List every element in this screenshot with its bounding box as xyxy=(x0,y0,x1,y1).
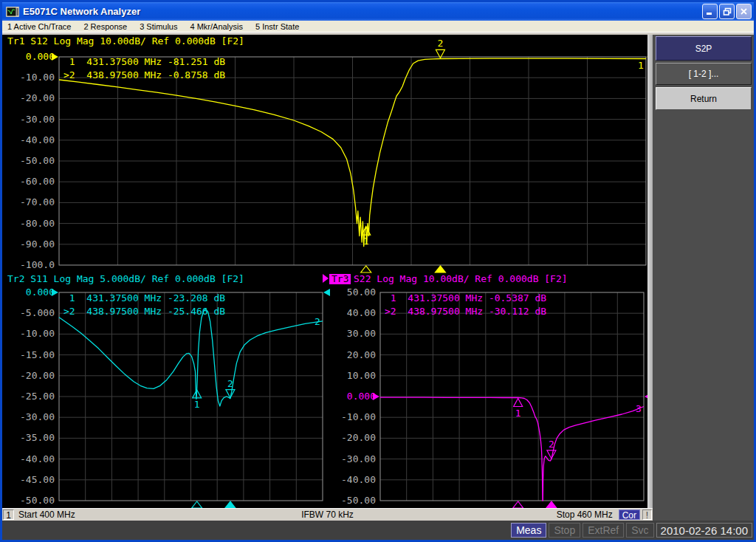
status-extref: ExtRef xyxy=(583,523,624,538)
softkey-scrollbar[interactable] xyxy=(647,35,653,508)
tr3-chart: 50.0040.0030.0020.0010.000.000-10.00-20.… xyxy=(323,273,647,508)
tr2-stimulus-marker-1 xyxy=(192,501,202,508)
svg-text:1: 1 xyxy=(515,408,521,419)
channel-number-badge: 1 xyxy=(3,510,14,520)
tr1-marker-readout-line: >2 438.97500 MHz -0.8758 dB xyxy=(63,69,225,80)
tr1-grid xyxy=(59,57,646,265)
tr2-ref-arrow-left xyxy=(52,289,58,296)
tr1-y-tick: -90.00 xyxy=(20,239,55,250)
channel-status-bar: 1 Start 400 MHz IFBW 70 kHz Stop 460 MHz… xyxy=(2,508,653,521)
svg-text:2: 2 xyxy=(438,38,444,49)
status-meas: Meas xyxy=(511,523,546,538)
tr3-y-tick: 40.00 xyxy=(347,307,376,318)
tr1-y-tick: -100.0 xyxy=(20,259,55,270)
tr2-y-tick: -20.00 xyxy=(20,370,55,381)
tr1-header-text: Tr1 S12 Log Mag 10.00dB/ Ref 0.000dB [F2… xyxy=(7,35,244,47)
tr3-y-tick: -30.00 xyxy=(341,453,376,464)
menu-item-active-ch-trace[interactable]: 1 Active Ch/Trace xyxy=(7,22,71,31)
minimize-button[interactable] xyxy=(702,4,718,19)
tr2-y-tick: -45.00 xyxy=(20,474,55,485)
tr3-ref-arrow-left xyxy=(373,393,379,400)
stop-frequency-label: Stop 460 MHz xyxy=(557,510,613,520)
close-button[interactable] xyxy=(736,4,752,19)
tr1-marker-2: 2 xyxy=(436,38,444,58)
tr2-y-tick: -10.00 xyxy=(20,328,55,339)
tr3-y-tick: 50.00 xyxy=(347,287,376,298)
svg-text:2: 2 xyxy=(549,439,554,450)
tr1-marker-readout-line: 1 431.37500 MHz -81.251 dB xyxy=(63,56,225,67)
restore-icon xyxy=(723,7,732,16)
softkey-menu: S2P [ 1-2 ]... Return xyxy=(653,35,754,521)
tr3-marker-2: 2 xyxy=(547,439,556,459)
tr3-trace-name: Tr3 xyxy=(331,273,348,284)
svg-text:1: 1 xyxy=(363,236,369,247)
tr3-y-tick: 20.00 xyxy=(347,349,376,360)
tr3-marker-readout-line: >2 438.97500 MHz -30.112 dB xyxy=(385,306,546,317)
tr2-marker-readout-line: >2 438.97500 MHz -25.466 dB xyxy=(63,306,225,317)
window-title: E5071C Network Analyzer xyxy=(23,6,140,17)
tr2-header-text: Tr2 S11 Log Mag 5.000dB/ Ref 0.000dB [F2… xyxy=(7,273,244,284)
tr3-header-text: S22 Log Mag 10.00dB/ Ref 0.000dB [F2] xyxy=(354,273,568,284)
menu-item-mkr-analysis[interactable]: 4 Mkr/Analysis xyxy=(190,22,243,31)
tr3-y-tick: -40.00 xyxy=(341,474,376,485)
tr2-y-tick: -15.00 xyxy=(20,349,55,360)
app-window: E5071C Network Analyzer 1 Active Ch/Trac… xyxy=(0,0,756,542)
tr2-y-tick: -5.000 xyxy=(20,307,55,318)
status-stop: Stop xyxy=(549,523,580,538)
tr2-marker-readout-line: 1 431.37500 MHz -23.208 dB xyxy=(63,292,225,303)
channel-bar-left: 1 Start 400 MHz xyxy=(2,510,219,520)
tr1-y-tick: -70.00 xyxy=(20,196,55,207)
tr2-stimulus-marker-2 xyxy=(225,501,236,508)
tr3-stimulus-marker-2 xyxy=(546,501,557,508)
restore-button[interactable] xyxy=(719,4,735,19)
tr2-chart: 0.000-5.000-10.00-15.00-20.00-25.00-30.0… xyxy=(7,273,330,508)
tr2-y-tick: -35.00 xyxy=(20,432,55,443)
tr1-y-tick: -20.00 xyxy=(20,92,55,103)
tr1-y-tick: 0.000 xyxy=(26,51,55,62)
tr2-y-tick: -30.00 xyxy=(20,411,55,422)
tr1-header: Tr1 S12 Log Mag 10.00dB/ Ref 0.000dB [F2… xyxy=(7,35,244,47)
tr1-y-tick: -60.00 xyxy=(20,176,55,187)
tr1-y-tick: -40.00 xyxy=(20,134,55,145)
tr1-y-tick: -30.00 xyxy=(20,114,55,125)
tr1-y-axis-labels: 0.000-10.00-20.00-30.00-40.00-50.00-60.0… xyxy=(20,51,55,270)
tr3-stimulus-marker-1 xyxy=(513,501,523,508)
menu-item-instr-state[interactable]: 5 Instr State xyxy=(255,22,299,31)
channel-bar-right: Stop 460 MHz Cor ! xyxy=(436,510,653,520)
chart-area: 0.000-10.00-20.00-30.00-40.00-50.00-60.0… xyxy=(2,35,647,508)
tr1-chart: 0.000-10.00-20.00-30.00-40.00-50.00-60.0… xyxy=(7,35,647,272)
tr3-y-tick: 0.000 xyxy=(347,391,376,402)
tr3-y-tick: -20.00 xyxy=(341,432,376,443)
tr2-y-axis-labels: 0.000-5.000-10.00-15.00-20.00-25.00-30.0… xyxy=(20,287,55,506)
tr1-ref-arrow-left xyxy=(52,53,58,61)
ifbw-label: IFBW 70 kHz xyxy=(219,510,436,520)
tr3-header: Tr3S22 Log Mag 10.00dB/ Ref 0.000dB [F2] xyxy=(323,273,568,284)
alert-badge: ! xyxy=(642,510,652,520)
tr2-header: Tr2 S11 Log Mag 5.000dB/ Ref 0.000dB [F2… xyxy=(7,273,244,284)
softkey-return[interactable]: Return xyxy=(656,87,752,110)
tr2-y-tick: -40.00 xyxy=(20,453,55,464)
tr3-trace-number: 3 xyxy=(636,403,642,414)
softkey-s2p[interactable]: S2P xyxy=(656,36,752,61)
tr2-ref-arrow-right xyxy=(323,289,330,296)
tr3-marker-1: 1 xyxy=(514,399,523,419)
app-icon xyxy=(6,7,19,17)
tr1-stimulus-marker-1 xyxy=(361,266,371,272)
tr3-marker-readout: 1 431.37500 MHz -0.5387 dB>2 438.97500 M… xyxy=(385,292,546,317)
tr2-y-tick: 0.000 xyxy=(26,287,55,298)
tr3-y-axis-labels: 50.0040.0030.0020.0010.000.000-10.00-20.… xyxy=(341,287,376,506)
menu-item-response[interactable]: 2 Response xyxy=(83,22,127,31)
tr3-grid xyxy=(380,292,644,501)
instrument-status-bar: Meas Stop ExtRef Svc 2010-02-26 14:00 xyxy=(2,521,754,540)
softkey-port-select[interactable]: [ 1-2 ]... xyxy=(656,63,752,85)
tr1-marker-readout: 1 431.37500 MHz -81.251 dB>2 438.97500 M… xyxy=(63,56,225,80)
status-svc: Svc xyxy=(626,523,653,538)
tr1-trace-number: 1 xyxy=(638,60,644,71)
tr1-y-tick: -80.00 xyxy=(20,218,55,229)
minimize-icon xyxy=(706,7,714,16)
charts-canvas: 0.000-10.00-20.00-30.00-40.00-50.00-60.0… xyxy=(2,35,647,508)
tr3-y-tick: -50.00 xyxy=(341,495,376,506)
tr2-marker-readout: 1 431.37500 MHz -23.208 dB>2 438.97500 M… xyxy=(63,292,225,317)
menu-item-stimulus[interactable]: 3 Stimulus xyxy=(140,22,177,31)
svg-text:2: 2 xyxy=(227,378,233,389)
